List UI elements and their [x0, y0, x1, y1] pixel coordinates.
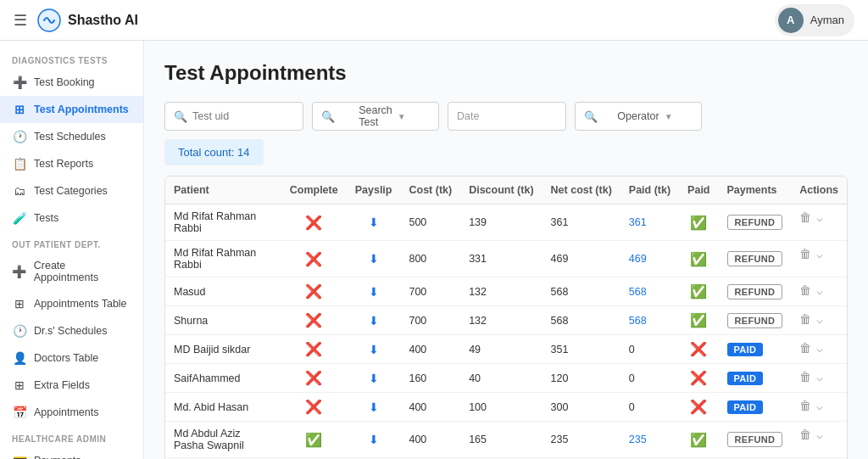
net-cost-cell: 300: [542, 393, 620, 422]
sidebar-item-appointments[interactable]: 📅 Appointments: [0, 399, 143, 426]
col-paid: Paid: [679, 176, 718, 204]
report-icon: 📋: [12, 157, 27, 171]
sidebar-item-extra-fields[interactable]: ⊞ Extra Fields: [0, 372, 143, 399]
paid-tk-link[interactable]: 568: [629, 286, 647, 298]
expand-icon[interactable]: ⌵: [816, 400, 823, 412]
payslip-cell[interactable]: ⬇: [347, 277, 401, 306]
app-title: Shastho AI: [68, 13, 138, 28]
expand-icon[interactable]: ⌵: [816, 248, 823, 260]
complete-cell: ❌: [281, 364, 347, 393]
cost-cell: 160: [400, 364, 460, 393]
download-icon[interactable]: ⬇: [369, 433, 379, 446]
sidebar-item-test-booking[interactable]: ➕ Test Booking: [0, 69, 143, 96]
payslip-cell[interactable]: ⬇: [347, 204, 401, 241]
clock-icon: 🕐: [12, 130, 27, 143]
expand-icon[interactable]: ⌵: [816, 342, 823, 355]
search-test-label: Search Test: [359, 104, 392, 128]
payslip-cell[interactable]: ⬇: [347, 364, 401, 393]
paid-cell: ❌: [679, 393, 718, 422]
sidebar-item-create-appointments[interactable]: ➕ Create Appointments: [0, 253, 143, 290]
payslip-cell[interactable]: ⬇: [347, 393, 401, 422]
search-test-filter[interactable]: 🔍 Search Test ▼: [312, 102, 439, 131]
sidebar-item-tests[interactable]: 🧪 Tests: [0, 204, 143, 232]
expand-icon[interactable]: ⌵: [816, 313, 823, 326]
expand-icon[interactable]: ⌵: [816, 284, 823, 297]
user-menu[interactable]: A Ayman: [775, 4, 854, 36]
expand-icon[interactable]: ⌵: [816, 211, 823, 224]
paid-cell: ❌: [679, 335, 718, 364]
sidebar-item-appointments-table[interactable]: ⊞ Appointments Table: [0, 290, 143, 317]
expand-icon[interactable]: ⌵: [816, 371, 823, 383]
sidebar-item-payments[interactable]: 💳 Payments: [0, 447, 143, 459]
sidebar-item-test-appointments[interactable]: ⊞ Test Appointments: [0, 96, 143, 123]
payslip-cell[interactable]: ⬇: [347, 306, 401, 335]
sidebar-item-label: Test Booking: [34, 76, 95, 88]
complete-cell: ❌: [281, 204, 347, 241]
download-icon[interactable]: ⬇: [369, 252, 379, 266]
sidebar-item-test-reports[interactable]: 📋 Test Reports: [0, 150, 143, 177]
sidebar-item-test-categories[interactable]: 🗂 Test Categories: [0, 177, 143, 204]
delete-icon[interactable]: 🗑: [799, 370, 811, 383]
paid-tk-value: 0: [629, 344, 635, 355]
paid-tk-cell: 235: [620, 422, 679, 458]
hamburger-icon[interactable]: ☰: [14, 11, 27, 30]
delete-icon[interactable]: 🗑: [799, 247, 811, 260]
sidebar-item-label: Tests: [34, 212, 58, 224]
cost-cell: 500: [400, 204, 460, 241]
chevron-down-icon: ▼: [665, 112, 693, 121]
paid-tk-link[interactable]: 568: [629, 315, 647, 327]
sidebar-item-drs-schedules[interactable]: 🕐 Dr.s' Schedules: [0, 317, 143, 344]
search-icon: 🔍: [174, 110, 187, 123]
date-filter[interactable]: Date: [448, 102, 566, 131]
download-icon[interactable]: ⬇: [369, 400, 379, 414]
uid-input[interactable]: [192, 110, 294, 122]
paid-tk-link[interactable]: 361: [629, 216, 647, 228]
paid-tk-link[interactable]: 469: [629, 253, 647, 265]
sidebar-item-test-schedules[interactable]: 🕐 Test Schedules: [0, 123, 143, 150]
actions-cell: 🗑 ⌵: [791, 241, 847, 266]
username: Ayman: [810, 14, 844, 26]
download-icon[interactable]: ⬇: [369, 285, 379, 299]
sidebar-item-label: Test Categories: [34, 185, 108, 197]
paid-badge: PAID: [727, 400, 764, 414]
sidebar: Diagnostics Tests ➕ Test Booking ⊞ Test …: [0, 41, 144, 459]
section-label-healthcare: Healthcare Admin: [0, 426, 143, 447]
x-circle-icon: ❌: [305, 342, 322, 356]
table-row: Md. Abid Hasan ❌ ⬇ 400 100 300 0 ❌ PAID …: [165, 393, 847, 422]
paid-tk-link[interactable]: 235: [629, 434, 647, 445]
expand-icon[interactable]: ⌵: [816, 428, 823, 441]
delete-icon[interactable]: 🗑: [799, 283, 811, 297]
net-cost-cell: 351: [542, 335, 620, 364]
sidebar-item-label: Appointments Table: [34, 298, 127, 310]
cost-cell: 400: [400, 393, 460, 422]
uid-filter[interactable]: 🔍: [164, 102, 303, 131]
delete-icon[interactable]: 🗑: [799, 312, 811, 326]
logo: Shastho AI: [37, 8, 138, 32]
check-circle-icon: ✅: [690, 433, 707, 447]
paid-cell: ✅: [679, 204, 718, 241]
delete-icon[interactable]: 🗑: [799, 341, 811, 355]
download-icon[interactable]: ⬇: [369, 343, 379, 356]
col-complete: Complete: [281, 176, 347, 204]
delete-icon[interactable]: 🗑: [799, 399, 811, 412]
operator-filter[interactable]: 🔍 Operator ▼: [575, 102, 702, 131]
discount-cell: 49: [460, 335, 542, 364]
actions-cell: 🗑 ⌵: [791, 277, 847, 303]
payslip-cell[interactable]: ⬇: [347, 335, 401, 364]
paid-badge: PAID: [727, 372, 764, 385]
filter-row: 🔍 🔍 Search Test ▼ Date 🔍 Operator ▼: [164, 102, 848, 131]
payslip-cell[interactable]: ⬇: [347, 241, 401, 277]
delete-icon[interactable]: 🗑: [799, 428, 811, 441]
sidebar-item-doctors-table[interactable]: 👤 Doctors Table: [0, 344, 143, 372]
payslip-cell[interactable]: ⬇: [347, 422, 401, 458]
table-row: Shurna ❌ ⬇ 700 132 568 568 ✅ REFUND 🗑 ⌵: [165, 306, 847, 335]
download-icon[interactable]: ⬇: [369, 372, 379, 385]
download-icon[interactable]: ⬇: [369, 216, 379, 229]
date-label: Date: [457, 110, 479, 122]
actions-cell: 🗑 ⌵: [791, 204, 847, 230]
cost-cell: 400: [400, 422, 460, 458]
delete-icon[interactable]: 🗑: [799, 210, 811, 224]
discount-cell: 139: [460, 204, 542, 241]
cost-cell: 700: [400, 277, 460, 306]
download-icon[interactable]: ⬇: [369, 314, 379, 327]
